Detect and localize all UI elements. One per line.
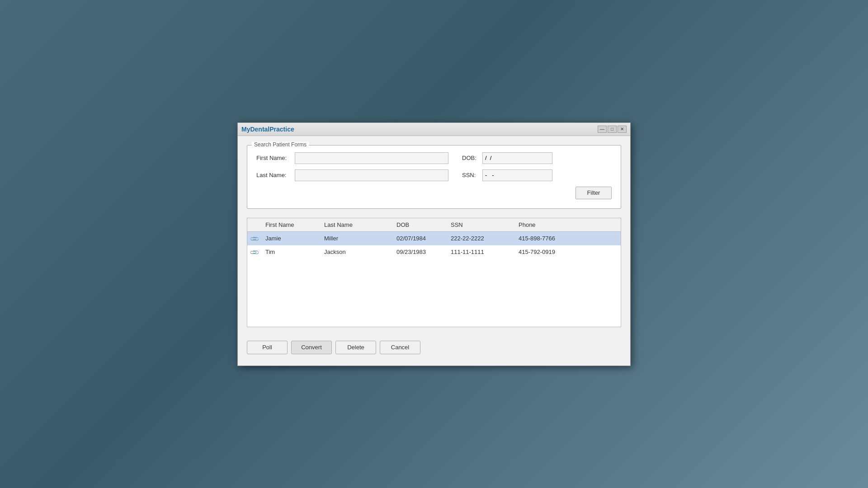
action-buttons-row: Poll Convert Delete Cancel [247,336,621,357]
cell-first-name: Tim [261,245,320,259]
title-bar: MyDentalPractice — □ ✕ [238,123,630,136]
filter-button[interactable]: Filter [576,187,612,199]
dob-input[interactable] [482,152,552,164]
maximize-button[interactable]: □ [608,126,617,133]
col-header-last-name: Last Name [320,218,392,232]
cell-ssn: 111-11-1111 [446,245,514,259]
ssn-label: SSN: [462,172,482,178]
window-title: MyDentalPractice [241,126,294,133]
title-practice: Practice [269,126,294,133]
window-controls: — □ ✕ [598,126,627,133]
ssn-input[interactable] [482,169,552,181]
row-icon-cell: 📎 [247,231,261,245]
table-row[interactable]: 📎 Tim Jackson 09/23/1983 111-11-1111 415… [247,245,621,259]
patient-table: First Name Last Name DOB SSN Phone 📎 Jam… [247,218,621,327]
col-header-ssn: SSN [446,218,514,232]
row-icon-cell: 📎 [247,245,261,259]
empty-row [247,259,621,327]
table-body: 📎 Jamie Miller 02/07/1984 222-22-2222 41… [247,231,621,327]
attachment-icon: 📎 [249,233,259,244]
col-header-icon [247,218,261,232]
title-my: My [241,126,250,133]
cancel-button[interactable]: Cancel [380,341,420,354]
first-name-input[interactable] [295,152,448,164]
dob-section: DOB: [462,152,552,164]
convert-button[interactable]: Convert [291,341,332,354]
main-window: MyDentalPractice — □ ✕ Search Patient Fo… [237,122,631,366]
form-row-firstname-dob: First Name: DOB: [256,152,612,164]
patient-table-container: First Name Last Name DOB SSN Phone 📎 Jam… [247,218,621,327]
form-row-lastname-ssn: Last Name: SSN: [256,169,612,181]
table-header-row: First Name Last Name DOB SSN Phone [247,218,621,232]
delete-button[interactable]: Delete [335,341,376,354]
attachment-icon: 📎 [249,247,259,257]
cell-phone: 415-792-0919 [514,245,621,259]
last-name-label: Last Name: [256,172,295,178]
table-header: First Name Last Name DOB SSN Phone [247,218,621,232]
first-name-label: First Name: [256,155,295,161]
cell-dob: 02/07/1984 [392,231,446,245]
cell-first-name: Jamie [261,231,320,245]
search-group-legend: Search Patient Forms [252,141,309,148]
table-row[interactable]: 📎 Jamie Miller 02/07/1984 222-22-2222 41… [247,231,621,245]
title-dental: Dental [250,126,269,133]
minimize-button[interactable]: — [598,126,607,133]
col-header-phone: Phone [514,218,621,232]
last-name-input[interactable] [295,169,448,181]
search-patient-forms-group: Search Patient Forms First Name: DOB: La… [247,145,621,209]
ssn-section: SSN: [462,169,552,181]
cell-ssn: 222-22-2222 [446,231,514,245]
cell-last-name: Miller [320,231,392,245]
col-header-first-name: First Name [261,218,320,232]
window-body: Search Patient Forms First Name: DOB: La… [238,136,630,366]
filter-row: Filter [256,187,612,199]
cell-last-name: Jackson [320,245,392,259]
cell-phone: 415-898-7766 [514,231,621,245]
cell-dob: 09/23/1983 [392,245,446,259]
close-button[interactable]: ✕ [618,126,627,133]
dob-label: DOB: [462,155,482,161]
col-header-dob: DOB [392,218,446,232]
poll-button[interactable]: Poll [247,341,288,354]
